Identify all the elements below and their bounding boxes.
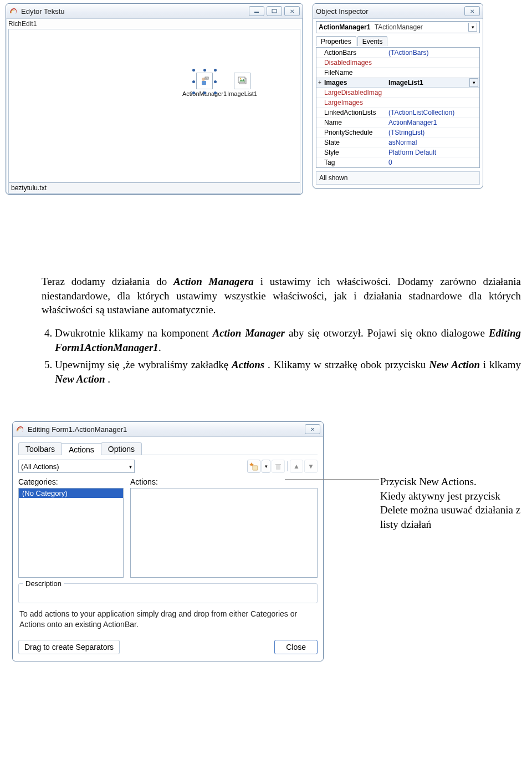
description-group: Description [18, 583, 318, 603]
property-value[interactable]: (TActionBars) [386, 49, 479, 57]
property-name: LargeImages [323, 99, 386, 106]
new-action-dropdown[interactable]: ▾ [262, 460, 270, 473]
actionlist-combo[interactable]: (All Actions) ▾ [18, 460, 135, 473]
minimize-icon [254, 9, 259, 13]
step-list: Dwukrotnie klikamy na komponent Action M… [42, 326, 521, 386]
close-icon: ✕ [470, 8, 474, 14]
imagelist-component-label: ImageList1 [224, 90, 260, 97]
oi-tabs: Properties Events [316, 36, 480, 46]
chevron-down-icon: ▾ [129, 464, 132, 470]
statusbar-text: beztytulu.txt [11, 184, 47, 192]
hint-text: To add actions to your application simpl… [19, 609, 316, 630]
svg-rect-1 [272, 9, 277, 13]
svg-point-8 [240, 78, 241, 79]
actions-listbox[interactable] [130, 488, 318, 578]
oi-window-buttons: ✕ [464, 6, 480, 16]
close-button[interactable]: ✕ [284, 6, 300, 16]
oi-statusbar: All shown [316, 171, 480, 185]
new-action-button[interactable] [247, 460, 260, 473]
property-row-linkedactionlists[interactable]: LinkedActionLists(TActionListCollection) [316, 108, 479, 118]
dlg-tabs: Toolbars Actions Options [18, 442, 318, 455]
expand-icon[interactable]: + [316, 79, 323, 85]
property-value[interactable]: ActionManager1 [386, 119, 479, 126]
delphi-helmet-icon [9, 7, 18, 16]
object-inspector-window: Object Inspector ✕ ActionManager1 TActio… [313, 3, 483, 189]
step-4: Dwukrotnie klikamy na komponent Action M… [55, 326, 521, 354]
dlg-body: Toolbars Actions Options (All Actions) ▾ [13, 437, 323, 661]
actionmanager-component-label: ActionManager1 [181, 90, 228, 97]
svg-rect-3 [202, 81, 206, 85]
tab-properties[interactable]: Properties [316, 36, 356, 46]
property-name: State [323, 139, 386, 146]
form-window-buttons: ✕ [249, 6, 300, 16]
property-value[interactable]: asNormal [386, 139, 479, 146]
property-name: LargeDisabledImag [323, 89, 386, 96]
close-icon: ✕ [310, 426, 315, 432]
dlg-titlebar: Editing Form1.ActionManager1 ✕ [13, 422, 323, 437]
property-row-disabledimages[interactable]: DisabledImages [316, 58, 479, 68]
property-row-filename[interactable]: FileName [316, 68, 479, 78]
toolbar-row: (All Actions) ▾ ▾ [18, 460, 318, 473]
dlg-toolbar: ▾ ▲ ▼ [247, 460, 318, 473]
delete-action-button[interactable] [272, 460, 285, 473]
tab-options[interactable]: Options [101, 442, 142, 455]
chevron-down-icon[interactable]: ▾ [469, 78, 478, 87]
drag-separators-button[interactable]: Drag to create Separators [18, 640, 120, 654]
property-row-largeimages[interactable]: LargeImages [316, 98, 479, 108]
intro-paragraph: Teraz dodamy działania do Action Manager… [42, 274, 521, 317]
dlg-button-row: Drag to create Separators Close [18, 640, 318, 654]
tab-actions[interactable]: Actions [62, 443, 101, 455]
tab-events[interactable]: Events [357, 36, 388, 46]
form-statusbar: beztytulu.txt [8, 182, 300, 194]
property-value[interactable]: ImageList1 [386, 79, 469, 86]
maximize-button[interactable] [267, 6, 282, 16]
dlg-window-buttons: ✕ [305, 424, 320, 434]
new-action-icon [249, 462, 258, 471]
categories-label: Categories: [18, 477, 124, 486]
move-down-button[interactable]: ▼ [304, 460, 318, 473]
property-row-name[interactable]: NameActionManager1 [316, 118, 479, 128]
property-name: ActionBars [323, 49, 386, 57]
property-value[interactable]: (TActionListCollection) [386, 109, 479, 116]
property-row-largedisabledimag[interactable]: LargeDisabledImag [316, 88, 479, 98]
actionmanager-component[interactable]: ActionManager1 [181, 73, 228, 97]
property-row-images[interactable]: +ImagesImageList1▾ [316, 78, 479, 88]
tab-toolbars[interactable]: Toolbars [18, 442, 62, 455]
property-value[interactable]: Platform Default [386, 149, 479, 156]
oi-close-button[interactable]: ✕ [464, 6, 480, 16]
property-row-priorityschedule[interactable]: PrioritySchedule(TStringList) [316, 128, 479, 138]
property-grid[interactable]: ActionBars(TActionBars)DisabledImagesFil… [316, 47, 480, 168]
property-row-tag[interactable]: Tag0 [316, 157, 479, 167]
form-window-title: Edytor Tekstu [21, 7, 65, 16]
property-row-actionbars[interactable]: ActionBars(TActionBars) [316, 48, 479, 58]
property-name: LinkedActionLists [323, 109, 386, 116]
property-value[interactable]: 0 [386, 159, 479, 166]
property-value[interactable]: (TStringList) [386, 129, 479, 136]
actionlist-combo-value: (All Actions) [21, 462, 59, 471]
property-name: FileName [323, 69, 386, 77]
property-name: DisabledImages [323, 59, 386, 67]
delete-icon [274, 462, 282, 470]
property-name: Name [323, 119, 386, 126]
delphi-helmet-icon [16, 425, 24, 434]
oi-titlebar: Object Inspector ✕ [313, 4, 483, 19]
svg-rect-10 [253, 466, 258, 470]
chevron-down-icon: ▾ [265, 464, 268, 469]
chevron-down-icon: ▾ [468, 23, 477, 32]
minimize-button[interactable] [249, 6, 264, 16]
imagelist-component[interactable]: ImageList1 [224, 73, 260, 97]
richedit-area[interactable]: ActionManager1 ImageList1 [8, 29, 300, 182]
svg-point-2 [202, 78, 205, 81]
move-up-button[interactable]: ▲ [290, 460, 303, 473]
oi-object-selector[interactable]: ActionManager1 TActionManager ▾ [316, 21, 480, 33]
form-client-area: RichEdit1 [6, 19, 303, 195]
dlg-close-button[interactable]: ✕ [305, 424, 320, 434]
property-name: Images [323, 79, 386, 86]
close-dialog-button[interactable]: Close [274, 640, 318, 654]
property-name: Style [323, 149, 386, 156]
property-row-style[interactable]: StylePlatform Default [316, 147, 479, 157]
property-row-state[interactable]: StateasNormal [316, 138, 479, 147]
actionmanager-icon [196, 73, 213, 89]
categories-listbox[interactable]: (No Category) [18, 488, 124, 578]
category-item-none[interactable]: (No Category) [19, 488, 123, 498]
